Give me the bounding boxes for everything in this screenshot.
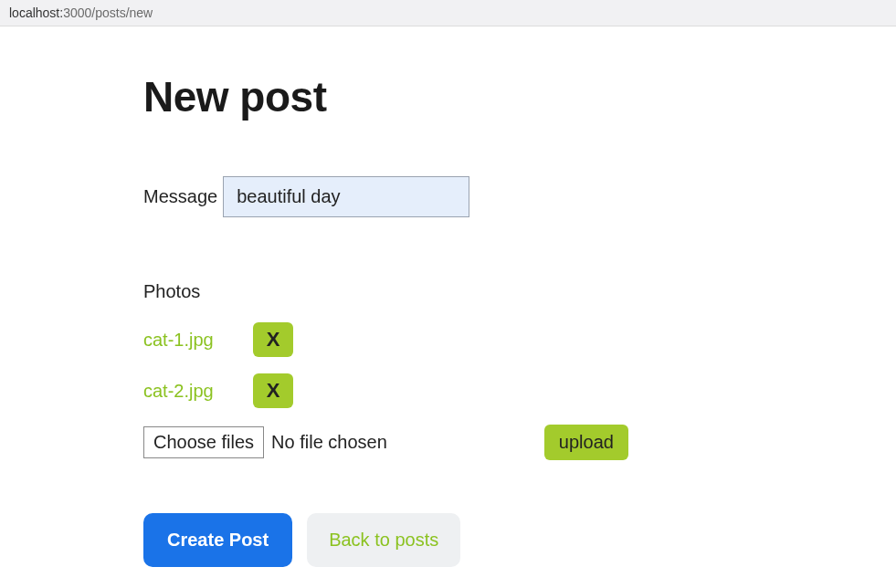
- photo-item: cat-2.jpg X: [143, 373, 639, 408]
- file-status-text: No file chosen: [271, 432, 387, 453]
- message-input[interactable]: [223, 176, 469, 217]
- page-title: New post: [143, 72, 639, 121]
- photo-link[interactable]: cat-2.jpg: [143, 381, 220, 402]
- back-to-posts-button[interactable]: Back to posts: [307, 513, 460, 567]
- photo-item: cat-1.jpg X: [143, 322, 639, 357]
- url-path: 3000/posts/new: [63, 5, 153, 20]
- remove-photo-button[interactable]: X: [253, 373, 293, 408]
- message-label: Message: [143, 186, 217, 207]
- page-container: New post Message Photos cat-1.jpg X cat-…: [0, 26, 639, 567]
- url-host: localhost:: [9, 5, 63, 20]
- photo-link[interactable]: cat-1.jpg: [143, 330, 220, 351]
- create-post-button[interactable]: Create Post: [143, 513, 292, 567]
- browser-url-bar[interactable]: localhost:3000/posts/new: [0, 0, 896, 26]
- choose-files-button[interactable]: Choose files: [143, 426, 264, 458]
- message-row: Message: [143, 176, 639, 217]
- file-input-row: Choose files No file chosen upload: [143, 425, 639, 460]
- photos-label: Photos: [143, 281, 639, 302]
- remove-photo-button[interactable]: X: [253, 322, 293, 357]
- upload-button[interactable]: upload: [544, 425, 628, 460]
- actions-row: Create Post Back to posts: [143, 513, 639, 567]
